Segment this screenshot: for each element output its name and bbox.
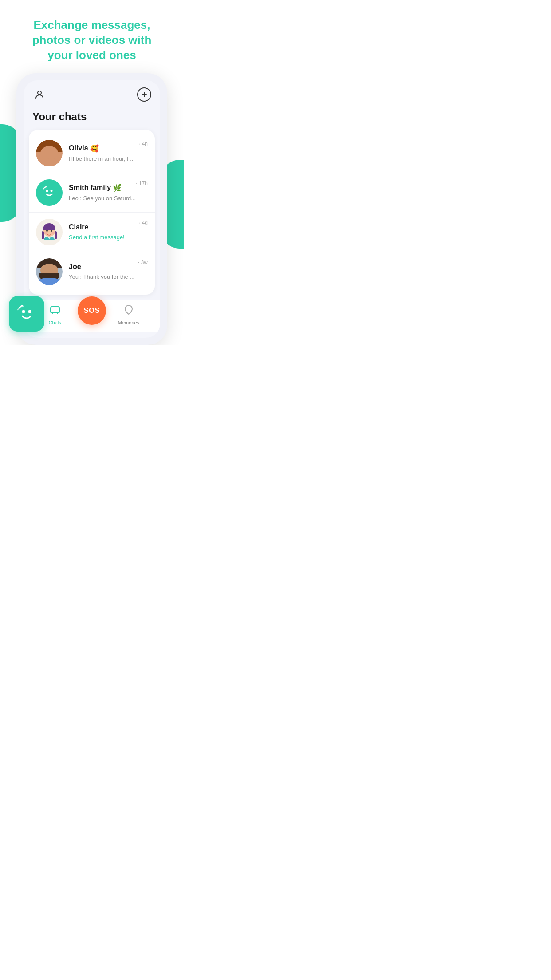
- hero-title: Exchange messages, photos or videos with…: [0, 0, 184, 73]
- chat-name-claire: Claire: [69, 223, 88, 231]
- chat-item-joe[interactable]: Joe You : Thank you for the ... · 3w: [29, 252, 155, 291]
- svg-point-8: [46, 230, 48, 232]
- chat-list: Olivia 🥰 I'll be there in an hour, I ...…: [29, 130, 155, 295]
- chat-name-joe: Joe: [69, 263, 81, 271]
- chat-preview-smith: Leo : See you on Saturd...: [69, 195, 136, 202]
- sos-button[interactable]: SOS: [78, 296, 106, 325]
- avatar-olivia: [36, 140, 63, 166]
- avatar-smith-family: [36, 179, 63, 206]
- svg-point-13: [22, 310, 25, 313]
- chat-info-claire: Claire Send a first message!: [69, 223, 139, 241]
- profile-icon[interactable]: [32, 87, 47, 102]
- svg-point-14: [28, 310, 31, 313]
- svg-point-9: [51, 230, 52, 232]
- chat-info-smith: Smith family 🌿 Leo : See you on Saturd..…: [69, 184, 136, 202]
- chat-emoji-smith: 🌿: [113, 184, 122, 192]
- chat-time-smith: · 17h: [136, 180, 148, 186]
- chat-item-olivia[interactable]: Olivia 🥰 I'll be there in an hour, I ...…: [29, 134, 155, 173]
- chat-name-row-joe: Joe: [69, 263, 138, 271]
- chat-preview-joe: You : Thank you for the ...: [69, 273, 134, 280]
- svg-point-0: [38, 91, 41, 95]
- chats-tab-label: Chats: [49, 320, 62, 325]
- svg-point-4: [51, 190, 53, 192]
- chat-name-row-claire: Claire: [69, 223, 139, 231]
- chat-time-claire: · 4d: [139, 220, 148, 226]
- chat-info-olivia: Olivia 🥰 I'll be there in an hour, I ...: [69, 144, 139, 162]
- chat-time-joe: · 3w: [138, 259, 148, 265]
- chat-info-joe: Joe You : Thank you for the ...: [69, 263, 138, 281]
- svg-rect-6: [42, 231, 44, 239]
- chat-preview-olivia: I'll be there in an hour, I ...: [69, 155, 135, 162]
- svg-rect-7: [55, 231, 57, 239]
- chat-name-smith: Smith family: [69, 184, 111, 192]
- svg-point-11: [51, 232, 54, 234]
- svg-point-3: [46, 190, 48, 192]
- phone-screen: Your chats Olivia 🥰: [24, 80, 160, 338]
- chat-preview-claire: Send a first message!: [69, 234, 125, 241]
- svg-point-10: [44, 232, 47, 234]
- chats-tab-icon: [50, 305, 60, 318]
- chat-time-olivia: · 4h: [139, 141, 148, 147]
- chat-emoji-olivia: 🥰: [90, 144, 99, 153]
- tab-memories[interactable]: Memories: [106, 305, 151, 325]
- avatar-joe: [36, 258, 63, 285]
- chat-name-olivia: Olivia: [69, 144, 88, 152]
- add-chat-icon[interactable]: [137, 87, 151, 102]
- chat-name-row-olivia: Olivia 🥰: [69, 144, 139, 153]
- app-icon[interactable]: [9, 296, 44, 332]
- chats-title: Your chats: [24, 105, 160, 130]
- chat-item-smith-family[interactable]: Smith family 🌿 Leo : See you on Saturd..…: [29, 173, 155, 213]
- chat-item-claire[interactable]: Claire Send a first message! · 4d: [29, 213, 155, 252]
- memories-tab-icon: [123, 305, 134, 318]
- sos-label: SOS: [84, 307, 100, 315]
- chat-name-row-smith: Smith family 🌿: [69, 184, 136, 192]
- top-bar: [24, 80, 160, 105]
- memories-tab-label: Memories: [118, 320, 139, 325]
- avatar-claire: [36, 219, 63, 245]
